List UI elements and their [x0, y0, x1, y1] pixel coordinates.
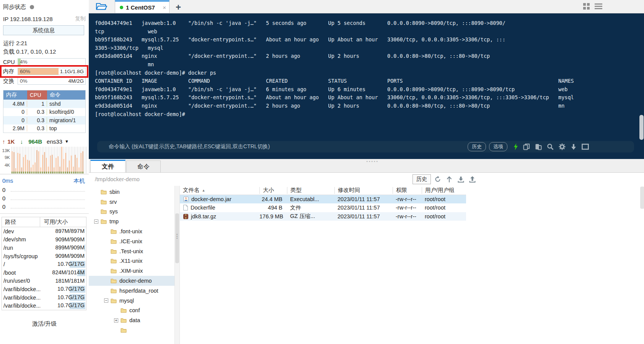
download-icon[interactable] [456, 175, 465, 184]
splitter-handle[interactable]: ••••• [367, 159, 379, 164]
meter-label: 交换 [3, 77, 18, 85]
upload-icon[interactable] [468, 175, 477, 184]
file-list-scrollbar-thumb[interactable] [640, 187, 644, 209]
tree-item-.font-unix[interactable]: .font-unix [89, 226, 174, 236]
upload-arrow-icon: ↑ [2, 138, 5, 145]
up-directory-icon[interactable] [445, 175, 454, 184]
disk-path: /dev/shm [2, 236, 40, 242]
tree-item-docker-demo[interactable]: docker-demo [89, 276, 174, 286]
file-header-4[interactable]: 权限 [393, 187, 422, 194]
disk-path: /var/lib/docke... [2, 286, 40, 292]
ping-target[interactable]: 本机 [73, 177, 85, 185]
file-row-docker-demo.jar[interactable]: docker-demo.jar24.4 MBExecutabl...2023/0… [180, 195, 466, 203]
process-cpu: 0.3 [27, 109, 47, 115]
file-header-3[interactable]: 修改时间 [334, 187, 393, 194]
options-button[interactable]: 选项 [489, 142, 507, 151]
traffic-bar [52, 155, 53, 174]
tree-scrollbar[interactable]: ••• [174, 186, 180, 344]
tab-files[interactable]: 文件 [90, 160, 126, 172]
traffic-bar [11, 151, 13, 174]
new-tab-button[interactable]: + [176, 3, 181, 12]
menu-icon[interactable] [595, 3, 602, 11]
process-header-1[interactable]: CPU [27, 90, 47, 100]
meter-row-CPU: CPU4% [3, 58, 86, 66]
tree-item-mysql[interactable]: −mysql [89, 296, 174, 306]
directory-tree: sbinsrvsys−tmp.font-unix.ICE-unix.Test-u… [89, 186, 174, 344]
disk-header-size[interactable]: 可用/大小 [40, 218, 86, 226]
system-info-button[interactable]: 系统信息 [3, 25, 84, 35]
traffic-bar [57, 156, 59, 174]
process-cpu: 1 [27, 101, 47, 107]
process-row[interactable]: 00.3ksoftirqd/0 [3, 108, 85, 116]
activate-upgrade-link[interactable]: 激活/升级 [0, 320, 89, 328]
file-row-Dockerfile[interactable]: Dockerfile494 B文件2023/01/11 11:57-rw-r--… [180, 203, 466, 212]
process-row[interactable]: 4.8M1sshd [3, 100, 85, 108]
disk-value: 897M/897M [55, 228, 85, 234]
tree-item-sys[interactable]: sys [89, 207, 174, 217]
file-history-button[interactable]: 历史 [412, 174, 431, 184]
copy-ip-button[interactable]: 复制 [75, 15, 86, 22]
file-mtime: 2023/01/11 11:57 [334, 213, 393, 220]
file-header-0[interactable]: 文件名▲ [180, 187, 259, 194]
copy-icon[interactable] [523, 143, 530, 150]
folder-icon [101, 209, 107, 214]
file-type: GZ 压缩... [287, 213, 334, 220]
refresh-icon[interactable] [433, 175, 442, 184]
disk-path: /boot [2, 270, 40, 276]
traffic-bar [46, 158, 47, 174]
tree-item-conf[interactable]: conf [89, 306, 174, 316]
tree-item-sbin[interactable]: sbin [89, 187, 174, 197]
tree-item-.XIM-unix[interactable]: .XIM-unix [89, 266, 174, 276]
paste-icon[interactable] [535, 143, 542, 150]
expand-icon[interactable]: + [114, 318, 118, 323]
traffic-bar [55, 158, 57, 174]
tree-item-srv[interactable]: srv [89, 197, 174, 207]
process-header-2[interactable]: 命令 [47, 90, 85, 100]
folder-icon [101, 189, 107, 195]
ping-row: 0 [2, 186, 85, 193]
gear-icon[interactable] [559, 143, 566, 150]
disk-row: /run899M/909M [2, 244, 86, 252]
tree-item-tmp[interactable]: −tmp [89, 216, 174, 226]
file-header-1[interactable]: 大小 [259, 187, 287, 194]
tree-item-.ICE-unix[interactable]: .ICE-unix [89, 236, 174, 246]
chevron-down-icon[interactable]: ▼ [65, 139, 69, 144]
close-tab-icon[interactable]: × [163, 4, 166, 11]
disk-header-path[interactable]: 路径 [2, 217, 40, 227]
command-input-bar[interactable]: 命令输入 (按ALT键提示历史,TAB键路径,ESC键返回,双击CTRL切换) … [97, 141, 634, 152]
layout-grid-icon[interactable] [583, 3, 590, 11]
tree-item-hsperfdata_root[interactable]: hsperfdata_root [89, 286, 174, 296]
connection-manager-button[interactable] [93, 0, 110, 13]
interface-select[interactable]: ens33 [47, 138, 62, 145]
process-mem: 4.8M [3, 101, 27, 107]
search-icon[interactable] [547, 143, 554, 150]
tab-commands[interactable]: 命令 [126, 161, 161, 172]
current-path-input[interactable]: /tmp/docker-demo [95, 176, 140, 182]
terminal-scrollbar-thumb[interactable] [639, 115, 644, 140]
traffic-bar [27, 160, 28, 174]
tree-item-.Test-unix[interactable]: .Test-unix [89, 246, 174, 256]
disk-value-cell: 909M/909M [40, 236, 86, 244]
file-header-2[interactable]: 类型 [287, 187, 334, 194]
collapse-icon[interactable]: − [104, 298, 108, 303]
tree-item-.X11-unix[interactable]: .X11-unix [89, 256, 174, 266]
tree-item-data[interactable]: +data [89, 315, 174, 325]
download-arrow-icon[interactable] [571, 144, 577, 150]
tree-item-clipped[interactable] [89, 325, 174, 335]
collapse-icon[interactable]: − [94, 220, 98, 224]
process-row[interactable]: 00.3migration/1 [3, 116, 85, 124]
sync-status-dot-icon [30, 5, 34, 9]
process-table: 内存CPU命令4.8M1sshd00.3ksoftirqd/000.3migra… [3, 90, 86, 133]
file-row-jdk8.tar.gz[interactable]: jdk8.tar.gz176.9 MBGZ 压缩...2023/01/11 11… [180, 212, 466, 221]
lightning-icon[interactable] [514, 143, 518, 150]
window-icon[interactable] [582, 144, 589, 150]
tab-centos7[interactable]: 1 CentOS7 × [115, 0, 170, 13]
tree-item-label: .ICE-unix [119, 238, 142, 244]
terminal[interactable]: f0d0434749e1 javaweb:1.0 "/bin/sh -c 'ja… [89, 13, 644, 159]
disk-row: /dev897M/897M [2, 227, 86, 236]
history-button[interactable]: 历史 [468, 142, 486, 151]
file-header-5[interactable]: 用户/用户组 [422, 187, 466, 194]
process-header-0[interactable]: 内存 [3, 90, 27, 100]
process-row[interactable]: 2.9M0.3top [3, 124, 85, 133]
process-cpu: 0.3 [27, 125, 47, 131]
